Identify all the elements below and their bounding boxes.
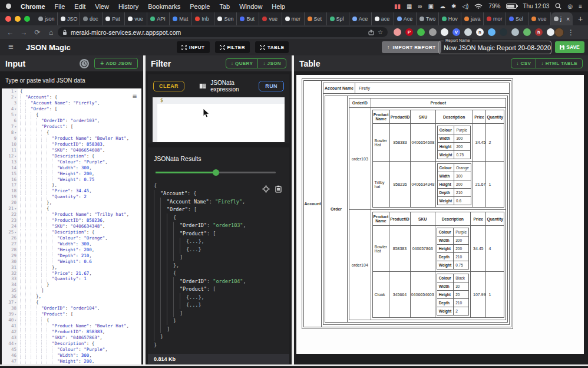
extension-icon[interactable] <box>523 28 531 36</box>
download-csv-button[interactable]: ↓CSV <box>511 59 536 68</box>
browser-tab[interactable]: j× <box>551 12 573 25</box>
bookmark-star-icon[interactable]: ☆ <box>378 29 383 35</box>
extension-icon[interactable] <box>464 28 472 36</box>
extension-icon[interactable] <box>511 28 519 36</box>
download-query-button[interactable]: ↓QUERY <box>226 59 258 68</box>
extension-icon[interactable] <box>441 28 448 36</box>
maximize-window-button[interactable] <box>24 16 30 22</box>
crosshair-icon[interactable] <box>262 185 270 193</box>
extension-icon[interactable]: h <box>535 28 543 36</box>
browser-tab[interactable]: But <box>237 12 259 25</box>
browser-tab[interactable]: API <box>147 12 170 25</box>
fold-caret-icon[interactable]: ▾ <box>14 230 16 234</box>
browser-tab[interactable]: Hov <box>439 12 461 25</box>
control-center-icon[interactable]: ◎ <box>567 3 573 9</box>
share-icon[interactable] <box>368 29 374 35</box>
browser-tab[interactable]: vue <box>125 12 147 25</box>
fold-caret-icon[interactable]: ▾ <box>14 89 16 93</box>
fold-caret-icon[interactable]: ▾ <box>14 124 16 129</box>
extension-icon[interactable] <box>547 28 554 36</box>
speaker-icon[interactable]: ◁) <box>462 3 468 9</box>
browser-tab[interactable]: json <box>35 12 58 25</box>
menubar-item[interactable]: File <box>55 3 65 10</box>
menubar-item[interactable]: People <box>190 3 210 10</box>
slider-thumb[interactable] <box>213 169 219 176</box>
menubar-item[interactable]: Edit <box>74 3 85 10</box>
extension-icon[interactable] <box>500 28 507 36</box>
browser-tab[interactable]: Mat <box>170 12 192 25</box>
fold-caret-icon[interactable]: ▾ <box>14 312 16 316</box>
menubar-item[interactable]: Chrome <box>21 3 45 10</box>
browser-tab[interactable]: Two <box>417 12 439 25</box>
fold-caret-icon[interactable]: ▾ <box>14 341 16 346</box>
fold-caret-icon[interactable]: ▾ <box>14 95 16 99</box>
browser-tab[interactable]: doc <box>80 12 103 25</box>
browser-tab[interactable]: Set <box>305 12 327 25</box>
apple-icon[interactable] <box>6 4 11 9</box>
clear-button[interactable]: CLEAR <box>153 81 184 91</box>
fold-caret-icon[interactable]: ▾ <box>14 318 16 322</box>
browser-tab[interactable]: ace <box>372 12 394 25</box>
extension-icon[interactable]: V <box>452 28 460 36</box>
status-icon[interactable]: ∞ <box>418 3 422 9</box>
view-input-button[interactable]: INPUT <box>177 41 210 53</box>
wifi-icon[interactable] <box>474 4 483 9</box>
browser-tab[interactable]: Pat <box>103 12 125 25</box>
notification-center-icon[interactable]: ≡ <box>579 3 582 9</box>
status-icon[interactable]: ▦ <box>407 3 412 9</box>
add-json-button[interactable]: + ADD JSON <box>94 58 138 69</box>
history-clock-icon[interactable] <box>80 59 89 68</box>
run-button[interactable]: RUN <box>259 81 284 91</box>
download-html-table-button[interactable]: ↓HTML TABLE <box>536 59 582 68</box>
menubar-item[interactable]: Bookmarks <box>148 3 180 10</box>
menubar-item[interactable]: Window <box>239 3 262 10</box>
forward-icon[interactable]: → <box>17 28 31 37</box>
url-omnibox[interactable]: meraki-micro-services.ew.r.appspot.com ☆ <box>58 27 388 37</box>
status-icon[interactable]: ✱ <box>451 3 456 9</box>
fold-caret-icon[interactable]: ▾ <box>14 130 16 134</box>
save-button[interactable]: SAVE <box>555 41 584 53</box>
fold-caret-icon[interactable]: ▾ <box>14 107 16 111</box>
browser-tab[interactable]: Sel <box>506 12 528 25</box>
browser-tab[interactable]: Ace <box>394 12 417 25</box>
editor-menu-icon[interactable]: ≡ <box>133 92 137 100</box>
view-table-button[interactable]: TABLE <box>255 41 289 53</box>
reload-icon[interactable]: ⟳ <box>31 28 44 37</box>
import-report-button[interactable]: ↑ IMPORT REPORT <box>382 41 441 53</box>
browser-tab[interactable]: Sen <box>214 12 237 25</box>
status-icon[interactable]: ☁ <box>440 3 445 9</box>
extension-icon[interactable] <box>429 28 437 36</box>
browser-tab[interactable]: mer <box>282 12 305 25</box>
extension-icon[interactable] <box>488 28 495 36</box>
browser-tab[interactable]: Spl <box>327 12 349 25</box>
fold-caret-icon[interactable]: ▾ <box>14 206 16 211</box>
minimize-window-button[interactable] <box>15 16 21 22</box>
json-input-editor[interactable]: 1▾2▾34▾5▾67▾8▾9101112▾131415161718192021… <box>2 88 141 364</box>
home-icon[interactable]: ⌂ <box>44 28 58 37</box>
fold-caret-icon[interactable]: ▾ <box>14 154 16 158</box>
results-depth-slider[interactable] <box>156 172 276 173</box>
back-icon[interactable]: ← <box>4 28 17 37</box>
browser-tab[interactable]: Inb <box>192 12 214 25</box>
status-icon[interactable]: ▣ <box>428 3 433 9</box>
menubar-item[interactable]: History <box>118 3 138 10</box>
extension-icon[interactable]: P <box>405 28 413 36</box>
new-tab-button[interactable]: + <box>573 12 588 25</box>
app-menu-icon[interactable]: ≡ <box>8 41 14 51</box>
status-app-icon[interactable]: ▮▮ <box>394 3 401 9</box>
browser-tab[interactable]: java <box>461 12 484 25</box>
browser-tab[interactable]: mor <box>484 12 506 25</box>
view-filter-button[interactable]: FILTER <box>215 41 250 53</box>
extension-icon[interactable]: n <box>476 28 484 36</box>
extension-icon[interactable] <box>394 28 401 36</box>
download-json-button[interactable]: ↓JSON <box>257 59 286 68</box>
browser-tab[interactable]: Ace <box>349 12 372 25</box>
spotlight-search-icon[interactable] <box>555 3 561 9</box>
report-name-field[interactable]: Report Name New JSON Magic Report 20-08-… <box>438 41 551 54</box>
menubar-item[interactable]: View <box>95 3 109 10</box>
fold-caret-icon[interactable]: ▾ <box>14 113 16 117</box>
copy-clipboard-icon[interactable] <box>275 185 282 193</box>
profile-avatar[interactable] <box>554 28 564 37</box>
browser-tab[interactable]: vue <box>528 12 551 25</box>
menubar-item[interactable]: Help <box>272 3 285 10</box>
